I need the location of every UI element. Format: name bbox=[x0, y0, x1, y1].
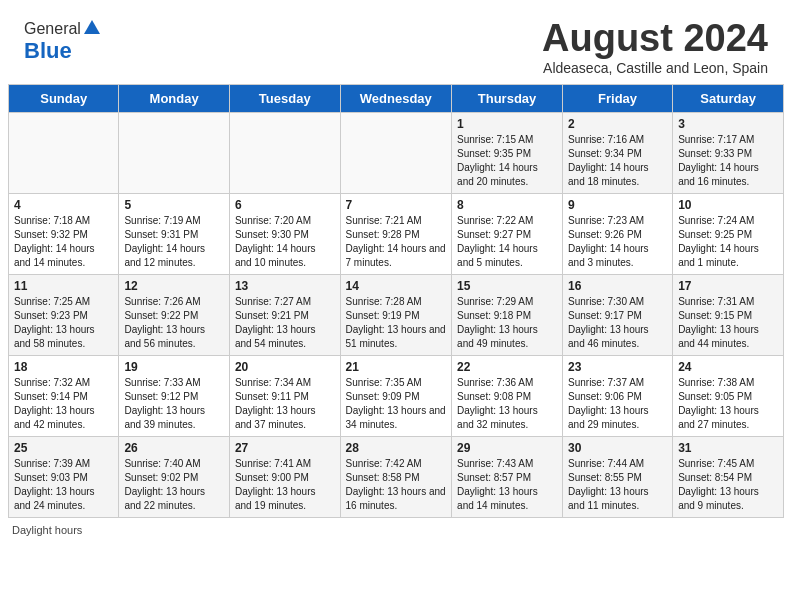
day-number: 24 bbox=[678, 360, 778, 374]
col-saturday: Saturday bbox=[673, 84, 784, 112]
table-row: 28Sunrise: 7:42 AM Sunset: 8:58 PM Dayli… bbox=[340, 436, 452, 517]
table-row: 14Sunrise: 7:28 AM Sunset: 9:19 PM Dayli… bbox=[340, 274, 452, 355]
col-thursday: Thursday bbox=[452, 84, 563, 112]
day-info: Sunrise: 7:33 AM Sunset: 9:12 PM Dayligh… bbox=[124, 376, 224, 432]
table-row: 18Sunrise: 7:32 AM Sunset: 9:14 PM Dayli… bbox=[9, 355, 119, 436]
day-number: 13 bbox=[235, 279, 335, 293]
table-row: 27Sunrise: 7:41 AM Sunset: 9:00 PM Dayli… bbox=[229, 436, 340, 517]
logo-general-text: General bbox=[24, 20, 81, 38]
col-tuesday: Tuesday bbox=[229, 84, 340, 112]
day-number: 31 bbox=[678, 441, 778, 455]
logo: General Blue bbox=[24, 18, 101, 64]
day-info: Sunrise: 7:16 AM Sunset: 9:34 PM Dayligh… bbox=[568, 133, 667, 189]
day-info: Sunrise: 7:40 AM Sunset: 9:02 PM Dayligh… bbox=[124, 457, 224, 513]
table-row bbox=[9, 112, 119, 193]
day-info: Sunrise: 7:27 AM Sunset: 9:21 PM Dayligh… bbox=[235, 295, 335, 351]
day-number: 20 bbox=[235, 360, 335, 374]
subtitle: Aldeaseca, Castille and Leon, Spain bbox=[542, 60, 768, 76]
table-row bbox=[340, 112, 452, 193]
table-row: 11Sunrise: 7:25 AM Sunset: 9:23 PM Dayli… bbox=[9, 274, 119, 355]
logo-blue-text: Blue bbox=[24, 38, 72, 64]
day-info: Sunrise: 7:41 AM Sunset: 9:00 PM Dayligh… bbox=[235, 457, 335, 513]
calendar-week-row: 11Sunrise: 7:25 AM Sunset: 9:23 PM Dayli… bbox=[9, 274, 784, 355]
day-number: 30 bbox=[568, 441, 667, 455]
day-info: Sunrise: 7:30 AM Sunset: 9:17 PM Dayligh… bbox=[568, 295, 667, 351]
day-number: 19 bbox=[124, 360, 224, 374]
table-row: 16Sunrise: 7:30 AM Sunset: 9:17 PM Dayli… bbox=[563, 274, 673, 355]
day-info: Sunrise: 7:42 AM Sunset: 8:58 PM Dayligh… bbox=[346, 457, 447, 513]
table-row: 25Sunrise: 7:39 AM Sunset: 9:03 PM Dayli… bbox=[9, 436, 119, 517]
day-number: 22 bbox=[457, 360, 557, 374]
day-number: 7 bbox=[346, 198, 447, 212]
table-row: 30Sunrise: 7:44 AM Sunset: 8:55 PM Dayli… bbox=[563, 436, 673, 517]
day-number: 14 bbox=[346, 279, 447, 293]
day-number: 2 bbox=[568, 117, 667, 131]
table-row: 31Sunrise: 7:45 AM Sunset: 8:54 PM Dayli… bbox=[673, 436, 784, 517]
table-row: 21Sunrise: 7:35 AM Sunset: 9:09 PM Dayli… bbox=[340, 355, 452, 436]
day-number: 21 bbox=[346, 360, 447, 374]
col-monday: Monday bbox=[119, 84, 230, 112]
table-row: 29Sunrise: 7:43 AM Sunset: 8:57 PM Dayli… bbox=[452, 436, 563, 517]
svg-marker-0 bbox=[84, 20, 100, 34]
day-number: 25 bbox=[14, 441, 113, 455]
table-row: 9Sunrise: 7:23 AM Sunset: 9:26 PM Daylig… bbox=[563, 193, 673, 274]
day-info: Sunrise: 7:26 AM Sunset: 9:22 PM Dayligh… bbox=[124, 295, 224, 351]
day-number: 8 bbox=[457, 198, 557, 212]
day-number: 5 bbox=[124, 198, 224, 212]
table-row: 20Sunrise: 7:34 AM Sunset: 9:11 PM Dayli… bbox=[229, 355, 340, 436]
header: General Blue August 2024 Aldeaseca, Cast… bbox=[0, 0, 792, 84]
col-sunday: Sunday bbox=[9, 84, 119, 112]
day-info: Sunrise: 7:39 AM Sunset: 9:03 PM Dayligh… bbox=[14, 457, 113, 513]
day-info: Sunrise: 7:20 AM Sunset: 9:30 PM Dayligh… bbox=[235, 214, 335, 270]
day-info: Sunrise: 7:34 AM Sunset: 9:11 PM Dayligh… bbox=[235, 376, 335, 432]
calendar-table: Sunday Monday Tuesday Wednesday Thursday… bbox=[8, 84, 784, 518]
calendar-week-row: 18Sunrise: 7:32 AM Sunset: 9:14 PM Dayli… bbox=[9, 355, 784, 436]
day-number: 12 bbox=[124, 279, 224, 293]
table-row: 13Sunrise: 7:27 AM Sunset: 9:21 PM Dayli… bbox=[229, 274, 340, 355]
day-number: 23 bbox=[568, 360, 667, 374]
day-info: Sunrise: 7:38 AM Sunset: 9:05 PM Dayligh… bbox=[678, 376, 778, 432]
table-row: 24Sunrise: 7:38 AM Sunset: 9:05 PM Dayli… bbox=[673, 355, 784, 436]
table-row: 3Sunrise: 7:17 AM Sunset: 9:33 PM Daylig… bbox=[673, 112, 784, 193]
day-info: Sunrise: 7:44 AM Sunset: 8:55 PM Dayligh… bbox=[568, 457, 667, 513]
day-info: Sunrise: 7:45 AM Sunset: 8:54 PM Dayligh… bbox=[678, 457, 778, 513]
table-row: 10Sunrise: 7:24 AM Sunset: 9:25 PM Dayli… bbox=[673, 193, 784, 274]
day-number: 16 bbox=[568, 279, 667, 293]
day-info: Sunrise: 7:25 AM Sunset: 9:23 PM Dayligh… bbox=[14, 295, 113, 351]
day-number: 26 bbox=[124, 441, 224, 455]
table-row bbox=[119, 112, 230, 193]
table-row bbox=[229, 112, 340, 193]
day-info: Sunrise: 7:31 AM Sunset: 9:15 PM Dayligh… bbox=[678, 295, 778, 351]
day-info: Sunrise: 7:19 AM Sunset: 9:31 PM Dayligh… bbox=[124, 214, 224, 270]
table-row: 6Sunrise: 7:20 AM Sunset: 9:30 PM Daylig… bbox=[229, 193, 340, 274]
day-number: 29 bbox=[457, 441, 557, 455]
day-info: Sunrise: 7:36 AM Sunset: 9:08 PM Dayligh… bbox=[457, 376, 557, 432]
day-number: 11 bbox=[14, 279, 113, 293]
calendar-body: 1Sunrise: 7:15 AM Sunset: 9:35 PM Daylig… bbox=[9, 112, 784, 517]
table-row: 26Sunrise: 7:40 AM Sunset: 9:02 PM Dayli… bbox=[119, 436, 230, 517]
table-row: 23Sunrise: 7:37 AM Sunset: 9:06 PM Dayli… bbox=[563, 355, 673, 436]
day-info: Sunrise: 7:24 AM Sunset: 9:25 PM Dayligh… bbox=[678, 214, 778, 270]
day-info: Sunrise: 7:32 AM Sunset: 9:14 PM Dayligh… bbox=[14, 376, 113, 432]
table-row: 2Sunrise: 7:16 AM Sunset: 9:34 PM Daylig… bbox=[563, 112, 673, 193]
col-wednesday: Wednesday bbox=[340, 84, 452, 112]
day-number: 27 bbox=[235, 441, 335, 455]
table-row: 17Sunrise: 7:31 AM Sunset: 9:15 PM Dayli… bbox=[673, 274, 784, 355]
day-number: 1 bbox=[457, 117, 557, 131]
day-info: Sunrise: 7:18 AM Sunset: 9:32 PM Dayligh… bbox=[14, 214, 113, 270]
table-row: 15Sunrise: 7:29 AM Sunset: 9:18 PM Dayli… bbox=[452, 274, 563, 355]
daylight-label: Daylight hours bbox=[12, 524, 82, 536]
calendar-week-row: 25Sunrise: 7:39 AM Sunset: 9:03 PM Dayli… bbox=[9, 436, 784, 517]
day-info: Sunrise: 7:37 AM Sunset: 9:06 PM Dayligh… bbox=[568, 376, 667, 432]
day-number: 4 bbox=[14, 198, 113, 212]
table-row: 5Sunrise: 7:19 AM Sunset: 9:31 PM Daylig… bbox=[119, 193, 230, 274]
day-number: 17 bbox=[678, 279, 778, 293]
day-number: 18 bbox=[14, 360, 113, 374]
table-row: 12Sunrise: 7:26 AM Sunset: 9:22 PM Dayli… bbox=[119, 274, 230, 355]
day-info: Sunrise: 7:35 AM Sunset: 9:09 PM Dayligh… bbox=[346, 376, 447, 432]
day-number: 28 bbox=[346, 441, 447, 455]
logo-icon bbox=[83, 18, 101, 36]
table-row: 8Sunrise: 7:22 AM Sunset: 9:27 PM Daylig… bbox=[452, 193, 563, 274]
table-row: 7Sunrise: 7:21 AM Sunset: 9:28 PM Daylig… bbox=[340, 193, 452, 274]
calendar-header: Sunday Monday Tuesday Wednesday Thursday… bbox=[9, 84, 784, 112]
